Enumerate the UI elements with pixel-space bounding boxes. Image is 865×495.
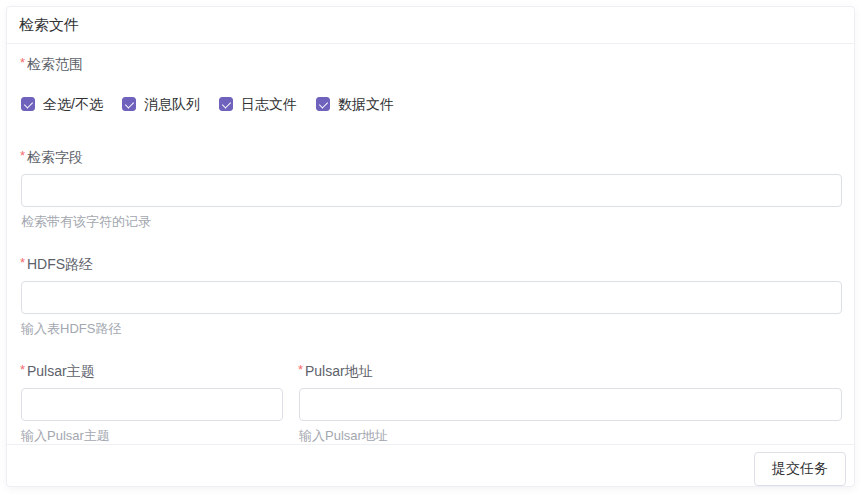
pulsar-address-label: *Pulsar地址 [305,362,373,380]
checkbox-select-all[interactable]: 全选/不选 [21,94,103,114]
required-asterisk-icon: * [20,254,25,272]
checkbox-log-files[interactable]: 日志文件 [219,94,297,114]
form-item-scope: *检索范围 全选/不选 消息队列 日志文件 数据文件 [21,55,842,114]
checkbox-checked-icon [219,97,233,111]
checkbox-checked-icon [316,97,330,111]
form-item-hdfs-path: *HDFS路经 输入表HDFS路径 [21,255,842,337]
hdfs-path-label: *HDFS路经 [27,255,93,273]
checkbox-label: 消息队列 [144,94,200,114]
checkbox-label: 日志文件 [241,94,297,114]
checkbox-message-queue[interactable]: 消息队列 [122,94,200,114]
form-item-search-field: *检索字段 检索带有该字符的记录 [21,148,842,230]
checkbox-label: 全选/不选 [43,94,103,114]
scope-checkbox-group: 全选/不选 消息队列 日志文件 数据文件 [21,94,842,114]
hdfs-path-helper: 输入表HDFS路径 [21,320,842,337]
pulsar-topic-label: *Pulsar主题 [27,362,95,380]
checkbox-data-files[interactable]: 数据文件 [316,94,394,114]
search-field-helper: 检索带有该字符的记录 [21,213,842,230]
search-files-form: *检索范围 全选/不选 消息队列 日志文件 数据文件 [7,44,854,444]
pulsar-row: *Pulsar主题 输入Pulsar主题 *Pulsar地址 输入Pulsar地… [21,362,842,444]
submit-task-button[interactable]: 提交任务 [754,452,846,486]
pulsar-address-helper: 输入Pulsar地址 [299,427,842,444]
checkbox-checked-icon [21,97,35,111]
pulsar-topic-input[interactable] [21,388,283,421]
hdfs-path-input[interactable] [21,281,842,314]
pulsar-topic-helper: 输入Pulsar主题 [21,427,283,444]
pulsar-address-input[interactable] [299,388,842,421]
search-field-label: *检索字段 [27,148,83,166]
search-files-card: 检索文件 *检索范围 全选/不选 消息队列 日志文件 [6,6,855,487]
checkbox-checked-icon [122,97,136,111]
search-field-input[interactable] [21,174,842,207]
form-item-pulsar-address: *Pulsar地址 输入Pulsar地址 [299,362,842,444]
required-asterisk-icon: * [20,54,25,72]
scope-label: *检索范围 [27,55,83,73]
checkbox-label: 数据文件 [338,94,394,114]
form-item-pulsar-topic: *Pulsar主题 输入Pulsar主题 [21,362,283,444]
card-title: 检索文件 [7,7,854,44]
required-asterisk-icon: * [20,361,25,379]
card-footer: 提交任务 [7,444,854,493]
required-asterisk-icon: * [298,361,303,379]
required-asterisk-icon: * [20,147,25,165]
